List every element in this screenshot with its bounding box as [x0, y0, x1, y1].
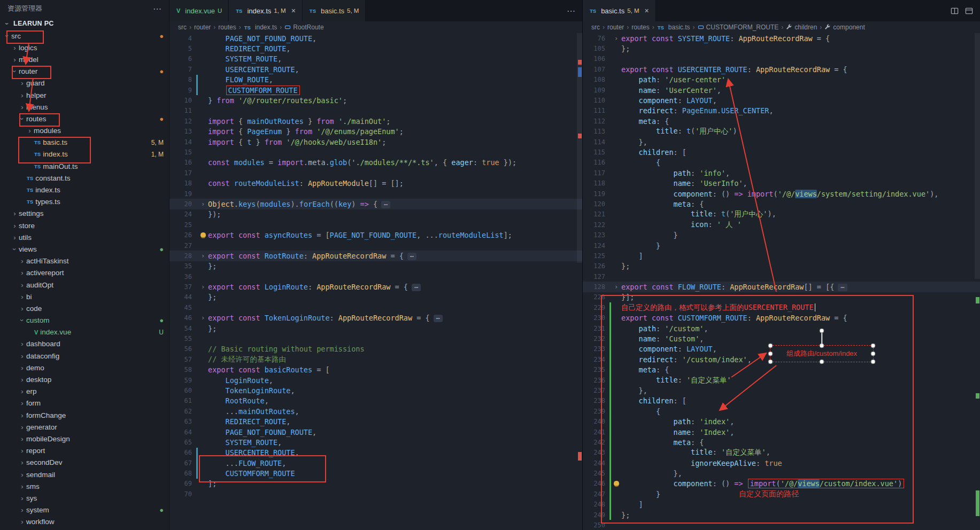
code-area[interactable]: 76›export const SYSTEM_ROUTE: AppRouteRe…	[583, 33, 980, 530]
code-line-243[interactable]: 243 title: '自定义菜单',	[583, 448, 980, 458]
tree-item-demo[interactable]: ›demo	[0, 362, 169, 373]
code-line-58[interactable]: 58export const basicRoutes = [	[169, 365, 583, 375]
code-line-24[interactable]: 24});	[169, 209, 583, 220]
code-line-127[interactable]: 127	[583, 271, 980, 282]
fold-chevron-icon[interactable]: ›	[198, 314, 208, 322]
code-line-25[interactable]: 25	[169, 220, 583, 230]
breadcrumb-item-index.ts[interactable]: TSindex.ts	[244, 24, 277, 31]
code-line-237[interactable]: 237 },	[583, 385, 980, 395]
tree-item-form[interactable]: ›form	[0, 398, 169, 409]
code-line-65[interactable]: 65 SYSTEM_ROUTE,	[169, 437, 583, 447]
tree-item-helper[interactable]: ›helper	[0, 89, 169, 101]
code-line-46[interactable]: 46›export const TokenLoginRoute: AppRout…	[169, 313, 583, 323]
code-line-250[interactable]: 250	[583, 520, 980, 530]
breadcrumb-item-routes[interactable]: routes	[631, 24, 649, 31]
code-line-20[interactable]: 20›Object.keys(modules).forEach((key) =>…	[169, 199, 583, 209]
code-line-17[interactable]: 17	[169, 168, 583, 178]
code-line-8[interactable]: 8 FLOW_ROUTE,	[169, 75, 583, 85]
code-line-240[interactable]: 240 path: 'index',	[583, 416, 980, 426]
code-line-12[interactable]: 12import { mainOutRoutes } from './mainO…	[169, 116, 583, 126]
project-section-header[interactable]: › LEARUN PC	[0, 17, 169, 30]
tree-item-views[interactable]: ›views●	[0, 243, 169, 255]
tree-item-settings[interactable]: ›settings	[0, 208, 169, 220]
code-line-45[interactable]: 45	[169, 302, 583, 313]
tree-item-logics[interactable]: ›logics	[0, 42, 169, 53]
code-line-9[interactable]: 9 CUSTOMFORM_ROUTE	[169, 85, 583, 95]
code-line-63[interactable]: 63 REDIRECT_ROUTE,	[169, 416, 583, 426]
code-line-16[interactable]: 16const modules = import.meta.glob('./mo…	[169, 158, 583, 168]
code-line-19[interactable]: 19	[169, 189, 583, 199]
code-line-70[interactable]: 70	[169, 489, 583, 499]
tree-item-sendmail[interactable]: ›sendmail	[0, 469, 169, 480]
code-line-112[interactable]: 112 meta: {	[583, 116, 980, 126]
code-line-125[interactable]: 125 ]	[583, 251, 980, 261]
fold-chevron-icon[interactable]: ›	[198, 200, 208, 208]
code-line-234[interactable]: 234 redirect: '/custom/index',	[583, 354, 980, 364]
code-line-13[interactable]: 13import { PageEnum } from '/@/enums/pag…	[169, 127, 583, 137]
code-line-35[interactable]: 35};	[169, 261, 583, 271]
tree-item-dataconfig[interactable]: ›dataconfig	[0, 350, 169, 362]
tree-item-code[interactable]: ›code	[0, 302, 169, 314]
breadcrumb-item-children[interactable]: children	[786, 24, 817, 31]
split-editor-icon[interactable]	[951, 7, 959, 15]
code-line-236[interactable]: 236 title: '自定义菜单'	[583, 375, 980, 385]
code-line-55[interactable]: 55	[169, 333, 583, 344]
code-line-57[interactable]: 57// 未经许可的基本路由	[169, 354, 583, 364]
code-line-44[interactable]: 44};	[169, 292, 583, 302]
tree-item-workflow[interactable]: ›workflow	[0, 516, 169, 528]
tree-item-actHiTaskinst[interactable]: ›actHiTaskinst	[0, 255, 169, 267]
explorer-more-icon[interactable]: ⋯	[153, 4, 161, 14]
tree-item-model[interactable]: ›model	[0, 53, 169, 65]
tree-item-index.ts[interactable]: TSindex.ts1, M	[0, 149, 169, 160]
tab-basic.ts[interactable]: TSbasic.ts5, M×	[583, 0, 656, 21]
code-line-60[interactable]: 60 TokenLoginRoute,	[169, 385, 583, 395]
code-line-119[interactable]: 119 component: () => import('/@/views/sy…	[583, 189, 980, 199]
tree-item-report[interactable]: ›report	[0, 445, 169, 457]
tree-item-routes[interactable]: ›routes●	[0, 113, 169, 124]
tree-item-custom[interactable]: ›custom●	[0, 315, 169, 326]
code-line-106[interactable]: 106	[583, 54, 980, 64]
code-line-230[interactable]: 230export const CUSTOMFORM_ROUTE: AppRou…	[583, 313, 980, 323]
code-line-54[interactable]: 54};	[169, 323, 583, 333]
code-line-66[interactable]: 66 USERCENTER_ROUTE,	[169, 448, 583, 458]
tree-item-mainOut.ts[interactable]: TSmainOut.ts	[0, 160, 169, 172]
code-line-238[interactable]: 238 children: [	[583, 396, 980, 406]
code-line-116[interactable]: 116 {	[583, 158, 980, 168]
code-line-126[interactable]: 126};	[583, 261, 980, 271]
code-line-18[interactable]: 18const routeModuleList: AppRouteModule[…	[169, 178, 583, 188]
code-line-56[interactable]: 56// Basic routing without permissions	[169, 344, 583, 354]
tree-item-erp[interactable]: ›erp	[0, 386, 169, 398]
code-area[interactable]: 4 PAGE_NOT_FOUND_ROUTE,5 REDIRECT_ROUTE,…	[169, 33, 583, 530]
tree-item-router[interactable]: ›router●	[0, 66, 169, 77]
code-line-111[interactable]: 111 redirect: PageEnum.USER_CENTER,	[583, 106, 980, 116]
code-line-117[interactable]: 117 path: 'info',	[583, 168, 980, 178]
breadcrumb-item-routes[interactable]: routes	[218, 24, 236, 31]
code-line-123[interactable]: 123 }	[583, 230, 980, 240]
code-line-228[interactable]: 228}];	[583, 292, 980, 302]
close-icon[interactable]: ×	[291, 6, 296, 15]
code-line-7[interactable]: 7 USERCENTER_ROUTE,	[169, 64, 583, 74]
tab-index.vue[interactable]: Vindex.vueU	[169, 0, 229, 21]
code-line-231[interactable]: 231 path: '/custom',	[583, 323, 980, 333]
code-line-27[interactable]: 27	[169, 240, 583, 251]
tree-item-dashboard[interactable]: ›dashboard	[0, 338, 169, 350]
code-line-61[interactable]: 61 RootRoute,	[169, 396, 583, 406]
tree-item-auditOpt[interactable]: ›auditOpt	[0, 279, 169, 291]
tree-item-index.vue[interactable]: Vindex.vueU	[0, 326, 169, 338]
code-line-11[interactable]: 11	[169, 106, 583, 116]
code-line-36[interactable]: 36	[169, 271, 583, 282]
code-line-64[interactable]: 64 PAGE_NOT_FOUND_ROUTE,	[169, 427, 583, 437]
code-line-122[interactable]: 122 icon: ' 人 '	[583, 220, 980, 230]
code-line-4[interactable]: 4 PAGE_NOT_FOUND_ROUTE,	[169, 33, 583, 43]
code-line-232[interactable]: 232 name: 'Custom',	[583, 333, 980, 344]
code-line-115[interactable]: 115 children: [	[583, 147, 980, 157]
tab-basic.ts[interactable]: TSbasic.ts5, M	[303, 0, 366, 21]
breadcrumb-item-router[interactable]: router	[607, 24, 624, 31]
code-line-5[interactable]: 5 REDIRECT_ROUTE,	[169, 43, 583, 53]
code-line-114[interactable]: 114 },	[583, 137, 980, 147]
code-line-235[interactable]: 235 meta: {	[583, 365, 980, 375]
tree-item-sys[interactable]: ›sys	[0, 492, 169, 504]
breadcrumb-item-RootRoute[interactable]: RootRoute	[284, 24, 323, 31]
code-line-248[interactable]: 248 ]	[583, 500, 980, 510]
breadcrumb-item-basic.ts[interactable]: TSbasic.ts	[657, 24, 690, 31]
